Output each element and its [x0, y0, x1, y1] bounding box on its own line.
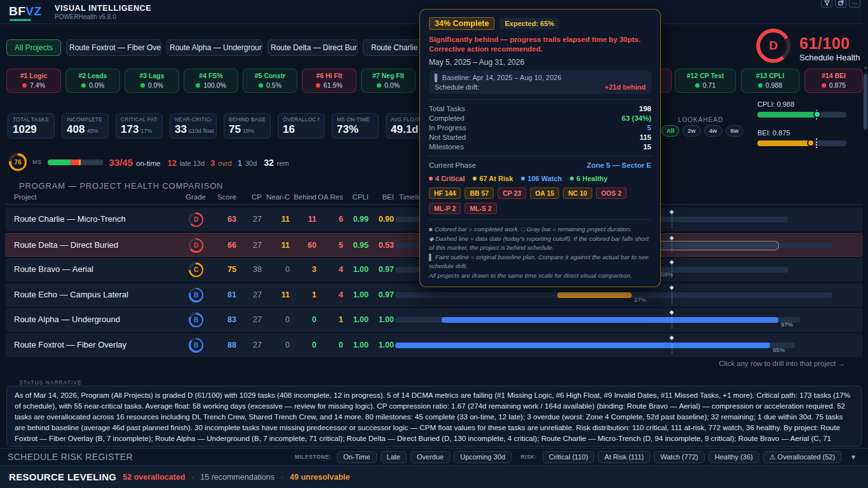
- narrative-box: As of Mar 14, 2026, Program (All Project…: [6, 386, 862, 447]
- project-name: Route Delta — Direct Buried: [14, 240, 118, 250]
- kpi-value: 73%: [337, 123, 358, 136]
- slider-handle[interactable]: [807, 139, 815, 147]
- more-icon[interactable]: ···: [849, 0, 860, 8]
- dcma-chip[interactable]: #7 Neg Flt0.0%: [361, 69, 416, 93]
- resource-leveling-bar[interactable]: RESOURCE LEVELING 52 overallocated · 15 …: [0, 465, 868, 488]
- cell-behind: 1: [291, 290, 316, 299]
- header-icons: ···: [821, 0, 860, 8]
- dcma-chip[interactable]: #2 Leads0.0%: [65, 69, 120, 93]
- tab-route-alpha-underground[interactable]: Route Alpha — Underground: [166, 39, 262, 56]
- cell-oa: 1: [318, 315, 343, 324]
- cell-bei: 0.90: [370, 215, 394, 224]
- risk-dot-label: 106 Watch: [527, 175, 562, 182]
- slider-track[interactable]: [757, 140, 846, 146]
- vertical-scrollbar[interactable]: ▲: [863, 0, 868, 488]
- slider-track[interactable]: [757, 112, 846, 118]
- kpi-value-row: 33≤10d float: [175, 123, 212, 136]
- scrollbar-thumb[interactable]: [864, 74, 867, 130]
- kpi-value-row: 1029: [13, 123, 50, 136]
- cell-oa: 6: [318, 215, 343, 224]
- scroll-up-icon[interactable]: ▲: [863, 65, 868, 69]
- timeline-progress-bar: [395, 342, 770, 348]
- narrative-label: STATUS NARRATIVE: [19, 379, 82, 386]
- grade-letter: C: [194, 266, 198, 273]
- chip-label: #6 Hi Flt: [302, 72, 356, 79]
- slider-handle[interactable]: [813, 111, 821, 118]
- chip-label: #14 BEI: [805, 72, 862, 79]
- lookahead-pill-2w[interactable]: 2w: [682, 125, 701, 137]
- dcma-chip[interactable]: #14 BEI0.875: [804, 69, 863, 93]
- slider-green: CPLI: 0.988: [757, 100, 846, 118]
- metric-badge: OOS 2: [596, 187, 627, 199]
- table-row[interactable]: Route Alpha — UndergroundB83270011.001.0…: [5, 308, 863, 332]
- popup-stat-row: Not Started115: [429, 133, 651, 141]
- kpi-tile: TOTAL TASKS1029: [8, 113, 55, 139]
- kpi-value-row: 40840%: [67, 123, 104, 136]
- chip-value-row: 0.0%: [66, 81, 119, 89]
- metric-badge: CP 23: [498, 187, 526, 199]
- cell-cp: 38: [239, 265, 262, 274]
- chip-label: #4 FS%: [184, 72, 238, 79]
- cell-behind: 11: [291, 215, 316, 224]
- dcma-chip[interactable]: #6 Hi Flt61.5%: [302, 69, 356, 93]
- risk-filter-pill[interactable]: Critical (110): [543, 451, 595, 463]
- chip-value: 0.0%: [89, 81, 104, 89]
- grade-letter: B: [194, 316, 198, 323]
- kpi-value: 173: [121, 123, 139, 136]
- lookahead-pill-all[interactable]: All: [661, 125, 679, 137]
- expand-icon[interactable]: [835, 0, 846, 8]
- milestone-filter-pill[interactable]: Late: [381, 451, 407, 463]
- risk-dot-icon: [570, 177, 574, 180]
- dcma-chip[interactable]: #1 Logic7.4%: [6, 69, 61, 93]
- table-row[interactable]: Route Foxtrot — Fiber OverlayB88270001.0…: [5, 334, 863, 357]
- kpi-label: INCOMPLETE: [67, 116, 104, 123]
- logo-underline: [10, 19, 31, 21]
- grade-letter: D: [194, 242, 198, 249]
- lookahead-pill-6w[interactable]: 6w: [726, 125, 744, 137]
- ms-ratio: 33/45: [109, 157, 133, 168]
- dcma-chip[interactable]: #12 CP Test0.71: [675, 69, 736, 93]
- chip-value-row: 0.875: [805, 81, 862, 89]
- timeline-cell: 97%◆: [395, 308, 859, 332]
- risk-filter-pill[interactable]: Healthy (36): [709, 451, 759, 463]
- dcma-chip[interactable]: #4 FS%100.0%: [184, 69, 238, 93]
- milestone-filter-pill[interactable]: Overdue: [410, 451, 450, 463]
- grade-badge: D: [189, 212, 203, 227]
- lookahead-pill-4w[interactable]: 4w: [704, 125, 722, 137]
- kpi-value-row: 16: [283, 123, 320, 136]
- data-date-diamond-icon: ◆: [670, 259, 674, 265]
- kpi-value: 408: [67, 123, 85, 136]
- tab-route-foxtrot-fiber-overlay[interactable]: Route Foxtrot — Fiber Overlay: [66, 39, 161, 56]
- cell-cpli: 1.00: [344, 290, 369, 299]
- tab-route-delta-direct-buried[interactable]: Route Delta — Direct Buried: [268, 39, 358, 56]
- kpi-value-row: 73%: [337, 123, 374, 136]
- tab-all-projects[interactable]: All Projects: [6, 39, 61, 56]
- risk-filter-pill[interactable]: Watch (772): [654, 451, 705, 463]
- risk-filter-pill[interactable]: At Risk (111): [598, 451, 650, 463]
- project-name: Route Echo — Campus Lateral: [14, 290, 128, 299]
- grade-badge: C: [189, 262, 203, 277]
- cell-cpli: 1.00: [344, 315, 369, 324]
- metric-badge: NC 10: [563, 187, 592, 199]
- status-dot-icon: [377, 83, 381, 88]
- filter-icon[interactable]: [821, 0, 832, 8]
- baseline-bar-icon: ▌: [435, 74, 440, 81]
- dcma-chip[interactable]: #3 Lags0.0%: [125, 69, 179, 93]
- cell-oa: 4: [318, 290, 343, 299]
- narrative-text: As of Mar 14, 2026, Program (All Project…: [15, 390, 853, 447]
- kpi-tile: INCOMPLETE40840%: [62, 113, 109, 139]
- logo-vz: VZ: [25, 4, 41, 18]
- chip-value: 0.71: [703, 81, 715, 89]
- chevron-down-icon[interactable]: ▼: [850, 454, 857, 461]
- ms-remaining-count: 32: [264, 158, 274, 168]
- milestone-filter-pill[interactable]: Upcoming 30d: [454, 451, 512, 463]
- grade-letter: D: [194, 216, 198, 223]
- risk-filter-pill[interactable]: ⚠ Overallocated (52): [763, 451, 841, 463]
- milestone-filter-pill[interactable]: On-Time: [337, 451, 376, 463]
- cell-bei: 1.00: [370, 341, 394, 349]
- stat-label: Total Tasks: [429, 105, 465, 112]
- dcma-chip[interactable]: #13 CPLI0.988: [741, 69, 799, 93]
- dcma-chip[interactable]: #5 Constr0.5%: [243, 69, 297, 93]
- cell-bei: 0.53: [370, 241, 394, 250]
- chip-value: 0.5%: [266, 81, 281, 89]
